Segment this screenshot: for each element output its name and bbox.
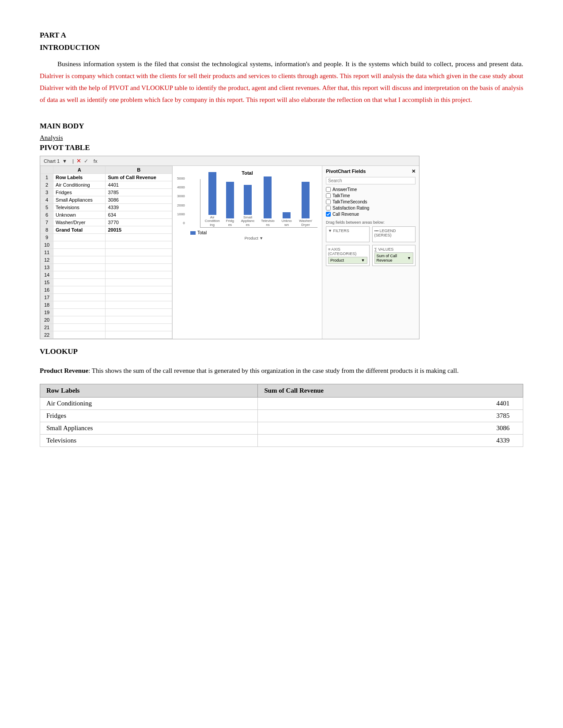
cell-a [53, 331, 106, 339]
row-num: 15 [41, 279, 53, 286]
col-row-labels-header: Row Labels [40, 384, 258, 398]
row-num: 4 [41, 196, 53, 204]
bar-label: Fridges [225, 219, 235, 227]
product-value: 4339 [258, 435, 523, 447]
product-value: 4401 [258, 398, 523, 410]
excel-titlebar: Chart 1 ▼ | ✕ ✓ fx [40, 156, 419, 166]
part-a-section: PART A INTRODUCTION Business information… [40, 31, 523, 106]
product-label: Air Conditioning [40, 398, 258, 410]
bar [264, 176, 272, 218]
field-checkbox[interactable] [326, 187, 331, 192]
cell-a [53, 249, 106, 256]
y-axis: 5000 4000 3000 2000 1000 0 [177, 176, 185, 225]
drag-text: Drag fields between areas below: [326, 220, 416, 225]
cell-a [53, 294, 106, 301]
bar-group: Unknown [280, 212, 293, 227]
bar [226, 182, 234, 218]
cell-b [106, 309, 172, 316]
cell-b [106, 271, 172, 279]
cell-b [106, 331, 172, 339]
x-axis-label: Product ▼ [190, 236, 317, 240]
product-label: Televisions [40, 435, 258, 447]
cell-a [53, 301, 106, 309]
excel-chart-area: Total 5000 4000 3000 2000 1000 0 Air Con… [173, 166, 322, 339]
pivot-chart-fields-panel: PivotChart Fields ✕ AnswerTimeTalkTimeTa… [322, 166, 419, 339]
bar-group: Fridges [225, 182, 235, 227]
pivot-field-item: Satisfaction Rating [326, 206, 416, 210]
product-revenue-table: Row Labels Sum of Call Revenue Air Condi… [40, 384, 523, 447]
main-body-heading: MAIN BODY [40, 122, 523, 131]
chart-main-title: Total [177, 170, 317, 176]
pivot-search-input[interactable] [326, 177, 416, 184]
row-num: 19 [41, 309, 53, 316]
row-num: 13 [41, 264, 53, 271]
cell-a: Washer/Dryer [53, 219, 106, 226]
product-revenue-bold: Product Revenue [40, 367, 88, 374]
bar [283, 212, 291, 218]
cell-b: Sum of Call Revenue [106, 174, 172, 181]
field-checkbox[interactable] [326, 212, 331, 217]
cell-a [53, 286, 106, 294]
cell-a: Air Conditioning [53, 181, 106, 189]
axis-area: ≡ AXIS (CATEGORIES) Product ▼ [326, 245, 370, 266]
cell-a: Televisions [53, 204, 106, 211]
cell-b: 20015 [106, 226, 172, 234]
table-row: Televisions4339 [40, 435, 523, 447]
cell-b: 3770 [106, 219, 172, 226]
row-num: 2 [41, 181, 53, 189]
cell-b [106, 249, 172, 256]
row-num: 7 [41, 219, 53, 226]
product-revenue-text: Product Revenue: This shows the sum of t… [40, 365, 523, 377]
pivot-label: PIVOT TABLE [40, 143, 523, 152]
bar-label: Unknown [280, 219, 293, 227]
introduction-heading: INTRODUCTION [40, 43, 523, 52]
cell-a [53, 309, 106, 316]
bar-label: Televisions [261, 219, 275, 227]
row-num: 17 [41, 294, 53, 301]
row-num: 12 [41, 256, 53, 264]
red-paragraph: Dialriver is company which contact with … [40, 72, 523, 103]
row-num: 21 [41, 324, 53, 331]
cell-b [106, 324, 172, 331]
cell-b [106, 286, 172, 294]
row-num: 5 [41, 204, 53, 211]
table-row: Small Appliances3086 [40, 422, 523, 435]
product-label: Small Appliances [40, 422, 258, 435]
cell-b: 3785 [106, 189, 172, 196]
cell-a [53, 241, 106, 249]
field-label: Call Revenue [333, 212, 359, 217]
excel-pivot-screenshot: Chart 1 ▼ | ✕ ✓ fx A B 1Row LabelsS [40, 156, 419, 339]
cell-b [106, 256, 172, 264]
cell-b: 4401 [106, 181, 172, 189]
bar-chart: Air ConditioningFridgesSmall AppliancesT… [200, 179, 317, 228]
field-label: TalkTimeSeconds [333, 199, 367, 204]
field-label: TalkTime [333, 193, 350, 198]
field-checkbox[interactable] [326, 199, 331, 204]
cell-a [53, 279, 106, 286]
vlookup-label: VLOOKUP [40, 347, 523, 356]
cell-a [53, 256, 106, 264]
row-num: 9 [41, 234, 53, 241]
cell-b [106, 234, 172, 241]
pivot-field-item: AnswerTime [326, 187, 416, 192]
pivot-field-item: TalkTime [326, 193, 416, 198]
intro-paragraph: Business information system is the filed… [40, 58, 523, 106]
row-num: 14 [41, 271, 53, 279]
field-checkbox[interactable] [326, 193, 331, 198]
cell-a [53, 324, 106, 331]
row-num: 16 [41, 286, 53, 294]
chart-legend: Total [190, 230, 317, 235]
cell-a: Fridges [53, 189, 106, 196]
pivot-field-item: Call Revenue [326, 212, 416, 217]
field-label: AnswerTime [333, 187, 357, 192]
cell-a: Unknown [53, 211, 106, 219]
cell-a: Row Labels [53, 174, 106, 181]
col-sum-revenue-header: Sum of Call Revenue [258, 384, 523, 398]
row-num: 10 [41, 241, 53, 249]
cell-b: 3086 [106, 196, 172, 204]
row-num: 8 [41, 226, 53, 234]
analysis-link[interactable]: Analysis [40, 134, 523, 142]
values-area: ∑ VALUES Sum of Call Revenue ▼ [372, 245, 416, 266]
field-checkbox[interactable] [326, 206, 331, 210]
legend-color-box [190, 231, 196, 235]
